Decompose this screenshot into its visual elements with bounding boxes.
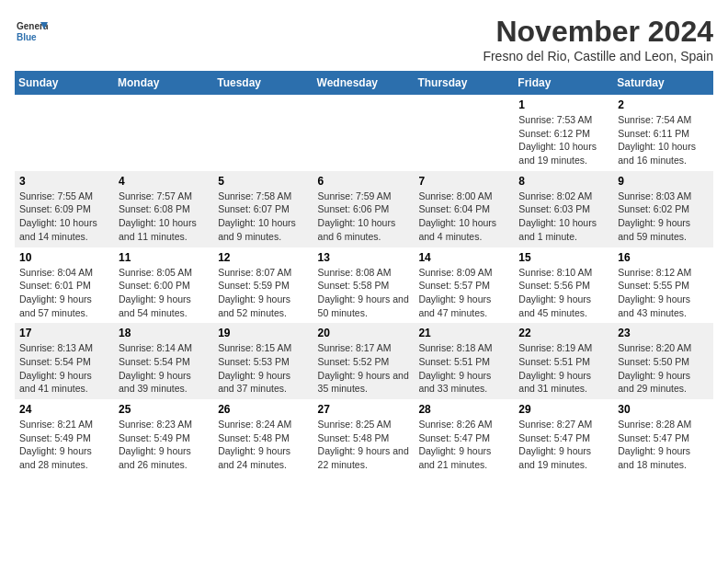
day-info: Sunrise: 8:21 AM Sunset: 5:49 PM Dayligh… — [19, 418, 109, 472]
calendar-cell: 30Sunrise: 8:28 AM Sunset: 5:47 PM Dayli… — [613, 399, 713, 476]
calendar-cell: 7Sunrise: 8:00 AM Sunset: 6:04 PM Daylig… — [414, 171, 514, 247]
calendar-week-row: 17Sunrise: 8:13 AM Sunset: 5:54 PM Dayli… — [15, 323, 713, 399]
day-info: Sunrise: 8:28 AM Sunset: 5:47 PM Dayligh… — [618, 418, 709, 472]
calendar-cell: 25Sunrise: 8:23 AM Sunset: 5:49 PM Dayli… — [114, 399, 213, 476]
weekday-header: Thursday — [414, 71, 514, 95]
day-number: 14 — [418, 251, 509, 264]
day-info: Sunrise: 8:26 AM Sunset: 5:47 PM Dayligh… — [418, 418, 509, 472]
day-info: Sunrise: 8:12 AM Sunset: 5:55 PM Dayligh… — [618, 266, 709, 320]
day-info: Sunrise: 8:17 AM Sunset: 5:52 PM Dayligh… — [318, 341, 410, 396]
day-number: 13 — [318, 251, 410, 264]
day-number: 5 — [218, 175, 308, 188]
day-number: 30 — [618, 403, 709, 416]
day-number: 3 — [19, 175, 109, 188]
calendar-cell: 3Sunrise: 7:55 AM Sunset: 6:09 PM Daylig… — [15, 171, 114, 247]
day-number: 10 — [19, 251, 109, 264]
day-number: 25 — [119, 403, 209, 416]
logo: General Blue — [15, 15, 48, 48]
calendar-cell — [414, 95, 514, 171]
day-info: Sunrise: 8:02 AM Sunset: 6:03 PM Dayligh… — [518, 190, 609, 244]
calendar-cell — [313, 95, 415, 171]
month-title: November 2024 — [483, 15, 713, 49]
calendar-cell: 29Sunrise: 8:27 AM Sunset: 5:47 PM Dayli… — [514, 399, 613, 476]
day-info: Sunrise: 7:55 AM Sunset: 6:09 PM Dayligh… — [19, 190, 109, 244]
calendar-cell: 14Sunrise: 8:09 AM Sunset: 5:57 PM Dayli… — [414, 247, 514, 324]
day-info: Sunrise: 8:07 AM Sunset: 5:59 PM Dayligh… — [218, 266, 308, 320]
calendar-cell: 16Sunrise: 8:12 AM Sunset: 5:55 PM Dayli… — [613, 247, 713, 324]
calendar-cell: 2Sunrise: 7:54 AM Sunset: 6:11 PM Daylig… — [613, 95, 713, 171]
calendar-cell: 13Sunrise: 8:08 AM Sunset: 5:58 PM Dayli… — [313, 247, 415, 324]
calendar-cell: 18Sunrise: 8:14 AM Sunset: 5:54 PM Dayli… — [114, 323, 213, 399]
page-header: General Blue November 2024 Fresno del Ri… — [15, 15, 713, 63]
day-info: Sunrise: 8:10 AM Sunset: 5:56 PM Dayligh… — [518, 266, 609, 320]
calendar-cell: 19Sunrise: 8:15 AM Sunset: 5:53 PM Dayli… — [213, 323, 313, 399]
calendar-cell: 27Sunrise: 8:25 AM Sunset: 5:48 PM Dayli… — [313, 399, 415, 476]
svg-text:Blue: Blue — [17, 32, 37, 42]
weekday-header: Friday — [514, 71, 613, 95]
day-info: Sunrise: 8:04 AM Sunset: 6:01 PM Dayligh… — [19, 266, 109, 320]
day-number: 15 — [518, 251, 609, 264]
calendar-cell: 23Sunrise: 8:20 AM Sunset: 5:50 PM Dayli… — [613, 323, 713, 399]
logo-icon: General Blue — [15, 15, 48, 48]
day-number: 29 — [518, 403, 609, 416]
weekday-header-row: SundayMondayTuesdayWednesdayThursdayFrid… — [15, 71, 713, 95]
calendar-cell: 6Sunrise: 7:59 AM Sunset: 6:06 PM Daylig… — [313, 171, 415, 247]
day-info: Sunrise: 8:08 AM Sunset: 5:58 PM Dayligh… — [318, 266, 410, 320]
calendar-week-row: 3Sunrise: 7:55 AM Sunset: 6:09 PM Daylig… — [15, 171, 713, 247]
calendar-cell: 11Sunrise: 8:05 AM Sunset: 6:00 PM Dayli… — [114, 247, 213, 324]
day-number: 20 — [318, 327, 410, 339]
day-number: 4 — [119, 175, 209, 188]
calendar-cell: 5Sunrise: 7:58 AM Sunset: 6:07 PM Daylig… — [213, 171, 313, 247]
calendar-cell: 9Sunrise: 8:03 AM Sunset: 6:02 PM Daylig… — [613, 171, 713, 247]
day-number: 23 — [618, 327, 709, 339]
calendar-table: SundayMondayTuesdayWednesdayThursdayFrid… — [15, 71, 713, 476]
day-info: Sunrise: 7:54 AM Sunset: 6:11 PM Dayligh… — [618, 113, 709, 167]
day-number: 24 — [19, 403, 109, 416]
calendar-cell: 17Sunrise: 8:13 AM Sunset: 5:54 PM Dayli… — [15, 323, 114, 399]
calendar-week-row: 24Sunrise: 8:21 AM Sunset: 5:49 PM Dayli… — [15, 399, 713, 476]
day-number: 16 — [618, 251, 709, 264]
calendar-cell: 8Sunrise: 8:02 AM Sunset: 6:03 PM Daylig… — [514, 171, 613, 247]
calendar-cell: 4Sunrise: 7:57 AM Sunset: 6:08 PM Daylig… — [114, 171, 213, 247]
day-info: Sunrise: 8:15 AM Sunset: 5:53 PM Dayligh… — [218, 341, 308, 396]
day-info: Sunrise: 7:53 AM Sunset: 6:12 PM Dayligh… — [518, 113, 609, 167]
day-number: 6 — [318, 175, 410, 188]
day-info: Sunrise: 8:23 AM Sunset: 5:49 PM Dayligh… — [119, 418, 209, 472]
weekday-header: Wednesday — [313, 71, 415, 95]
calendar-cell: 20Sunrise: 8:17 AM Sunset: 5:52 PM Dayli… — [313, 323, 415, 399]
title-block: November 2024 Fresno del Rio, Castille a… — [483, 15, 713, 63]
day-number: 28 — [418, 403, 509, 416]
calendar-cell — [213, 95, 313, 171]
day-info: Sunrise: 7:58 AM Sunset: 6:07 PM Dayligh… — [218, 190, 308, 244]
calendar-cell: 10Sunrise: 8:04 AM Sunset: 6:01 PM Dayli… — [15, 247, 114, 324]
day-number: 12 — [218, 251, 308, 264]
day-info: Sunrise: 7:57 AM Sunset: 6:08 PM Dayligh… — [119, 190, 209, 244]
calendar-cell: 21Sunrise: 8:18 AM Sunset: 5:51 PM Dayli… — [414, 323, 514, 399]
day-info: Sunrise: 8:20 AM Sunset: 5:50 PM Dayligh… — [618, 341, 709, 396]
weekday-header: Monday — [114, 71, 213, 95]
day-info: Sunrise: 8:24 AM Sunset: 5:48 PM Dayligh… — [218, 418, 308, 472]
day-info: Sunrise: 8:14 AM Sunset: 5:54 PM Dayligh… — [119, 341, 209, 396]
calendar-cell: 12Sunrise: 8:07 AM Sunset: 5:59 PM Dayli… — [213, 247, 313, 324]
day-number: 19 — [218, 327, 308, 339]
calendar-cell — [114, 95, 213, 171]
day-number: 8 — [518, 175, 609, 188]
day-info: Sunrise: 8:18 AM Sunset: 5:51 PM Dayligh… — [418, 341, 509, 396]
day-number: 22 — [518, 327, 609, 339]
day-info: Sunrise: 8:19 AM Sunset: 5:51 PM Dayligh… — [518, 341, 609, 396]
weekday-header: Tuesday — [213, 71, 313, 95]
day-number: 27 — [318, 403, 410, 416]
day-number: 21 — [418, 327, 509, 339]
weekday-header: Sunday — [15, 71, 114, 95]
day-number: 7 — [418, 175, 509, 188]
day-number: 1 — [518, 98, 609, 111]
day-number: 9 — [618, 175, 709, 188]
calendar-cell: 1Sunrise: 7:53 AM Sunset: 6:12 PM Daylig… — [514, 95, 613, 171]
day-info: Sunrise: 8:05 AM Sunset: 6:00 PM Dayligh… — [119, 266, 209, 320]
day-number: 17 — [19, 327, 109, 339]
calendar-cell: 26Sunrise: 8:24 AM Sunset: 5:48 PM Dayli… — [213, 399, 313, 476]
day-number: 18 — [119, 327, 209, 339]
calendar-cell — [15, 95, 114, 171]
day-info: Sunrise: 8:03 AM Sunset: 6:02 PM Dayligh… — [618, 190, 709, 244]
day-info: Sunrise: 8:09 AM Sunset: 5:57 PM Dayligh… — [418, 266, 509, 320]
